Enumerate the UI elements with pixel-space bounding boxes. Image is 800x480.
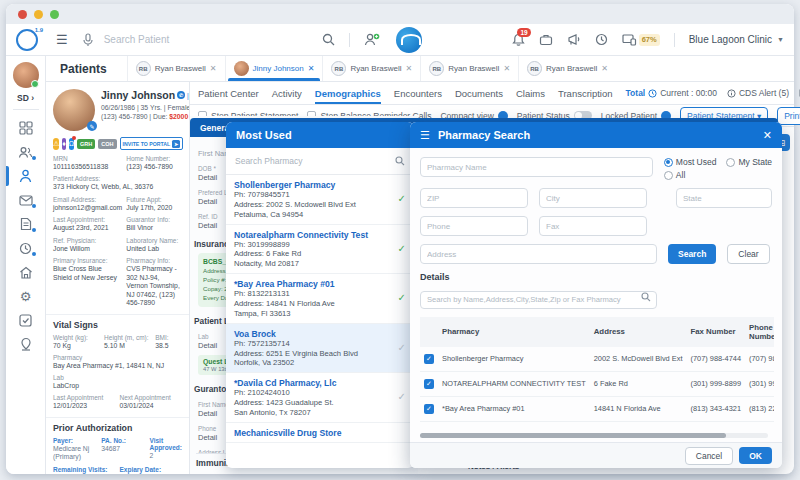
- tab-activity[interactable]: Activity: [272, 82, 302, 104]
- phone-icon[interactable]: ✆: [177, 91, 185, 99]
- patient-tab[interactable]: RB Ryan Braswell ✕: [420, 56, 518, 81]
- patient-tab[interactable]: RB Ryan Braswell ✕: [127, 56, 225, 81]
- pharmacy-name-input[interactable]: [420, 157, 653, 177]
- tab-encounters[interactable]: Encounters: [394, 82, 442, 104]
- tab-close-icon[interactable]: ✕: [406, 64, 413, 73]
- patient-photo-avatar[interactable]: [53, 89, 95, 131]
- medication-badge-icon[interactable]: ♦: [62, 138, 66, 150]
- rail-settings-gear-icon[interactable]: ⚙: [6, 284, 46, 308]
- clear-button[interactable]: Clear: [727, 244, 769, 264]
- height-label: Height (m, cm):: [104, 334, 153, 341]
- pharmacy-list-item[interactable]: Mechanicsville Drug Store: [226, 423, 414, 443]
- check-icon: ✓: [398, 193, 406, 204]
- patient-tab[interactable]: RB Ryan Braswell ✕: [322, 56, 420, 81]
- tab-transcription[interactable]: Transcription: [558, 82, 613, 104]
- app-logo-icon[interactable]: 1.9: [16, 29, 38, 51]
- search-icon[interactable]: [322, 33, 335, 46]
- table-row[interactable]: ✓ NOTAREALPHARM CONNECTIVITY TEST 6 Fake…: [420, 371, 774, 396]
- tab-claims[interactable]: Claims: [516, 82, 545, 104]
- most-used-header: Most Used: [226, 122, 414, 148]
- invite-to-portal-button[interactable]: INVITE TO PORTAL➤: [120, 137, 184, 150]
- pharmacy-list-item[interactable]: *Bay Area Pharmacy #01 Ph: 8132213131 Ad…: [226, 274, 414, 324]
- scrollbar-thumb[interactable]: [420, 433, 726, 438]
- modal-menu-icon[interactable]: ☰: [420, 129, 430, 142]
- pharmacy-list-item[interactable]: Notarealpharm Connectivity Test Ph: 3019…: [226, 225, 414, 275]
- rail-patients-group-icon[interactable]: [6, 140, 46, 164]
- tab-documents[interactable]: Documents: [455, 82, 503, 104]
- cds-alert-button[interactable]: CDS Alert (5): [727, 88, 789, 98]
- details-search-input[interactable]: [420, 291, 657, 309]
- pharmacy-list-item[interactable]: Shollenberger Pharmacy Ph: 7079845571 Ad…: [226, 175, 414, 225]
- email-label: Email Address:: [53, 196, 122, 203]
- pharmacy-list-item[interactable]: *Davila Cd Pharmacy, Llc Ph: 2102424010 …: [226, 373, 414, 423]
- search-patient-input[interactable]: Search Patient: [104, 34, 294, 45]
- rail-patient-icon[interactable]: [6, 164, 46, 188]
- table-row[interactable]: ✓ *Bay Area Pharmacy #01 14841 N Florida…: [420, 396, 774, 421]
- user-avatar[interactable]: [13, 62, 39, 88]
- add-patient-icon[interactable]: [364, 33, 380, 46]
- most-used-search[interactable]: Search Pharmacy: [226, 148, 414, 175]
- print-fax-button[interactable]: Print / Fax ▾: [777, 107, 800, 125]
- table-row[interactable]: ✓ Shollenberger Pharmacy 2002 S. McDowel…: [420, 347, 774, 372]
- tab-avatar: [234, 61, 249, 76]
- address-label: Patient Address:: [53, 175, 182, 182]
- bell-badge: 19: [517, 28, 530, 37]
- announcement-icon[interactable]: [567, 33, 581, 46]
- rail-messages-icon[interactable]: [6, 188, 46, 212]
- rail-facility-icon[interactable]: [6, 260, 46, 284]
- user-initials[interactable]: SD ›: [17, 93, 34, 103]
- pharmacy-list-item-selected[interactable]: Voa Brock Ph: 7572135714 Address: 6251 E…: [226, 324, 414, 374]
- close-window-button[interactable]: [18, 10, 27, 19]
- row-checkbox-checked[interactable]: ✓: [424, 404, 434, 414]
- city-input[interactable]: [539, 188, 647, 208]
- rail-documents-icon[interactable]: [6, 212, 46, 236]
- ok-button[interactable]: OK: [739, 447, 772, 464]
- tab-close-icon[interactable]: ✕: [601, 64, 608, 73]
- patient-tab-active[interactable]: Jinny Johnson ✕: [225, 56, 323, 81]
- phone-input[interactable]: [420, 216, 528, 236]
- state-input[interactable]: [676, 188, 772, 208]
- alert-bell-badge-icon[interactable]: Ω: [69, 138, 74, 150]
- maximize-window-button[interactable]: [50, 10, 59, 19]
- clinic-selector[interactable]: Blue Lagoon Clinic ▼: [689, 34, 784, 45]
- check-icon: ✓: [398, 292, 406, 303]
- horizontal-scrollbar[interactable]: [420, 433, 768, 438]
- rail-dashboard-icon[interactable]: [6, 116, 46, 140]
- address-input[interactable]: [420, 244, 657, 264]
- fax-input[interactable]: [539, 216, 647, 236]
- email-value: johnson12@gmail.com: [53, 204, 122, 212]
- rail-schedule-icon[interactable]: [6, 236, 46, 260]
- cancel-button[interactable]: Cancel: [685, 447, 733, 465]
- tab-close-icon[interactable]: ✕: [503, 64, 510, 73]
- tab-close-icon[interactable]: ✕: [210, 64, 217, 73]
- less-link[interactable]: | Less...: [187, 92, 190, 99]
- microphone-icon[interactable]: [82, 33, 94, 47]
- radio-my-state[interactable]: My State: [726, 157, 772, 167]
- pharmacy-info-label: Pharmacy Info:: [126, 257, 182, 264]
- check-icon: ✓: [398, 391, 406, 402]
- row-checkbox-checked[interactable]: ✓: [424, 379, 434, 389]
- device-status[interactable]: 67%: [622, 33, 660, 46]
- minimize-window-button[interactable]: [34, 10, 43, 19]
- current-timer: Current : 00:00: [660, 88, 717, 98]
- patient-tab[interactable]: RB Ryan Braswell ✕: [518, 56, 616, 81]
- vitals-lab-label: Lab: [53, 374, 182, 381]
- history-clock-icon[interactable]: [595, 33, 608, 46]
- payer-label: Payer:: [53, 437, 99, 444]
- rail-tasks-icon[interactable]: [6, 308, 46, 332]
- rail-location-icon[interactable]: [6, 332, 46, 356]
- briefcase-icon[interactable]: [539, 33, 553, 46]
- tab-close-icon[interactable]: ✕: [308, 64, 315, 73]
- radio-all[interactable]: All: [664, 170, 772, 180]
- search-button[interactable]: Search: [668, 244, 716, 264]
- hamburger-menu-icon[interactable]: ☰: [56, 32, 68, 47]
- tab-avatar: RB: [136, 61, 151, 76]
- warning-badge-icon[interactable]: ⚠: [53, 138, 59, 150]
- radio-most-used[interactable]: Most Used: [664, 157, 717, 167]
- zip-input[interactable]: [420, 188, 528, 208]
- tab-patient-center[interactable]: Patient Center: [198, 82, 259, 104]
- modal-close-icon[interactable]: ✕: [763, 129, 772, 142]
- row-checkbox-checked[interactable]: ✓: [424, 354, 434, 364]
- notifications-bell-icon[interactable]: 19: [512, 33, 525, 47]
- tab-demographics[interactable]: Demographics: [315, 82, 381, 104]
